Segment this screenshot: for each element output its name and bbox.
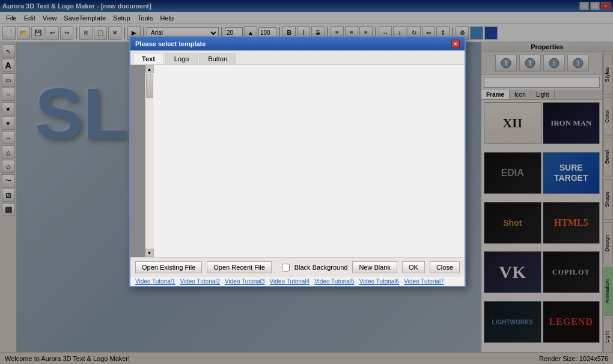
dialog-scrollbar[interactable]: ▲ ▼: [145, 65, 153, 257]
svg-marker-11: [140, 84, 141, 106]
template-4[interactable]: COMPANY NAME: [133, 130, 135, 192]
tutorial-2[interactable]: Video Tutorial2: [180, 278, 221, 285]
tutorial-5[interactable]: Video Tutorial5: [314, 278, 355, 285]
dialog-tab-logo[interactable]: Logo: [165, 53, 198, 64]
template-9[interactable]: COMPANY NAME: [140, 193, 142, 255]
modal-overlay: Please select template × Text Logo Butto…: [0, 0, 613, 364]
dialog-close-btn[interactable]: ×: [451, 40, 460, 48]
rings-container: [140, 141, 142, 160]
template-3[interactable]: C COMPANY NAME: [140, 67, 142, 129]
tutorial-7[interactable]: Video Tutorial7: [404, 278, 444, 285]
ok-btn[interactable]: OK: [402, 261, 425, 273]
scroll-up[interactable]: ▲: [145, 65, 154, 73]
oval-ring: [136, 203, 139, 227]
tutorial-4[interactable]: Video Tutorial4: [270, 278, 310, 285]
ball-ring: [140, 204, 142, 229]
dialog-content: M Variation Music www.xxx.xxx G COMPANY …: [130, 65, 465, 257]
scroll-track: [145, 73, 153, 249]
scroll-down[interactable]: ▼: [145, 249, 154, 257]
close-btn[interactable]: Close: [430, 261, 460, 273]
cube-svg: C: [140, 73, 142, 106]
new-blank-btn[interactable]: New Blank: [352, 261, 397, 273]
open-existing-btn[interactable]: Open Existing File: [135, 261, 202, 273]
template-2[interactable]: G COMPANY NAME: [136, 67, 139, 129]
ring-3: [140, 141, 142, 160]
svg-text:C: C: [140, 86, 142, 96]
black-bg-checkbox[interactable]: [282, 264, 290, 271]
dialog-title: Please select template: [135, 40, 206, 47]
dialog-tabs: Text Logo Button: [130, 50, 465, 65]
svg-marker-10: [141, 84, 142, 106]
dialog-tab-button[interactable]: Button: [199, 53, 236, 64]
scroll-thumb[interactable]: [146, 74, 153, 98]
tutorial-3[interactable]: Video Tutorial3: [225, 278, 265, 285]
circle-inner: [133, 148, 135, 163]
template-8[interactable]: JAR CREATIVE: [136, 193, 139, 255]
ring-2: [140, 141, 142, 160]
dialog-footer: Open Existing File Open Recent File Blac…: [130, 257, 465, 277]
open-recent-btn[interactable]: Open Recent File: [207, 261, 272, 273]
svg-marker-8: [140, 76, 142, 106]
oval-center: [136, 205, 139, 211]
tutorial-1[interactable]: Video Tutorial1: [135, 278, 175, 285]
dialog-tab-text[interactable]: Text: [133, 53, 164, 64]
ball-sphere: [140, 199, 142, 230]
logo-g: G: [136, 79, 139, 114]
template-dialog: Please select template × Text Logo Butto…: [129, 36, 466, 287]
circle-ring: [133, 136, 135, 175]
dialog-title-bar: Please select template ×: [130, 37, 465, 50]
svg-marker-9: [140, 76, 142, 92]
template-6[interactable]: [140, 130, 142, 192]
logo-e: e: [136, 135, 139, 172]
template-grid: M Variation Music www.xxx.xxx G COMPANY …: [130, 65, 145, 257]
template-5[interactable]: e COMPANY NAME: [136, 130, 139, 192]
template-7[interactable]: D COMPANY NAME: [133, 193, 135, 255]
logo-m: M: [133, 82, 135, 109]
tutorial-links: Video Tutorial1 Video Tutorial2 Video Tu…: [130, 277, 465, 286]
tutorial-6[interactable]: Video Tutorial6: [359, 278, 400, 285]
black-bg-label: Black Background: [294, 264, 348, 271]
logo-d: D: [133, 199, 135, 235]
template-1[interactable]: M Variation Music www.xxx.xxx: [133, 67, 135, 129]
